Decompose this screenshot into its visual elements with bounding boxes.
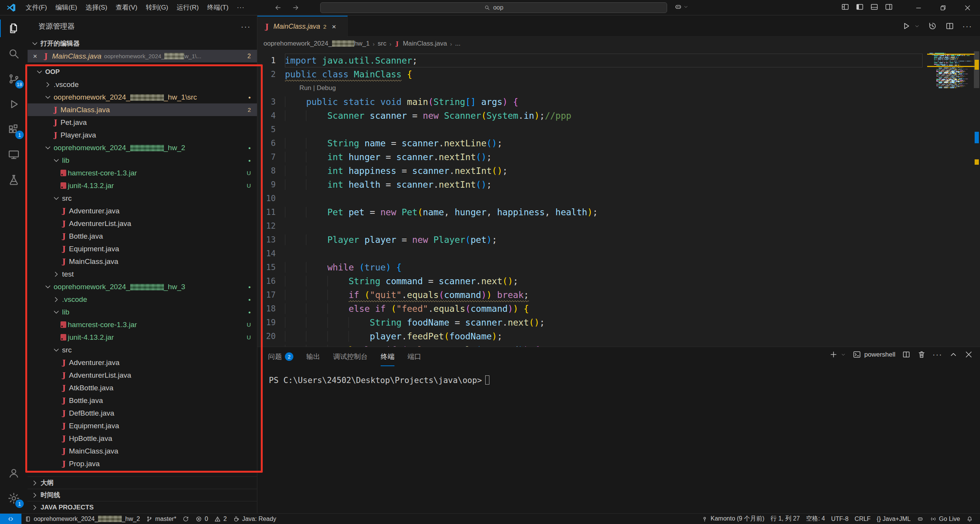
status-notifications[interactable] — [963, 514, 976, 524]
tree-item[interactable]: test — [28, 268, 257, 280]
tree-item[interactable]: JAdventurer.java — [28, 205, 257, 217]
tree-item[interactable]: JMainClass.java2 — [28, 103, 257, 116]
menu-item[interactable]: 文件(F) — [21, 2, 51, 13]
tree-item[interactable]: JMainClass.java — [28, 445, 257, 457]
open-editors-header[interactable]: 打开的编辑器 — [28, 37, 257, 50]
tree-item[interactable]: OOP — [28, 66, 257, 78]
side-right-toggle-icon[interactable] — [885, 3, 893, 11]
arrow-left-icon[interactable] — [274, 4, 282, 11]
terminal-instance[interactable]: powershell — [852, 350, 895, 359]
layout-toggle-icon[interactable] — [841, 3, 849, 11]
activity-run-and-debug[interactable] — [0, 92, 28, 117]
sidebar-more-icon[interactable]: ··· — [241, 22, 251, 31]
copilot-menu[interactable] — [674, 3, 689, 11]
activity-extensions[interactable]: 1 — [0, 117, 28, 142]
code-editor[interactable]: 1import java.util.Scanner;2public class … — [257, 51, 980, 347]
tree-item[interactable]: src — [28, 344, 257, 356]
menu-item[interactable]: 终端(T) — [203, 2, 233, 13]
activity-testing[interactable] — [0, 167, 28, 193]
status-java-status[interactable]: Java: Ready — [230, 514, 279, 524]
status-problems-errors[interactable]: 0 — [192, 514, 211, 524]
tree-item[interactable]: JPet.java — [28, 116, 257, 129]
status-encoding[interactable]: UTF-8 — [828, 514, 851, 524]
open-editor-item[interactable]: ×JMainClass.javaooprehomework_2024_w_1\.… — [28, 50, 257, 62]
status-indentation[interactable]: 空格: 4 — [803, 514, 828, 524]
tree-item[interactable]: ooprehomework_2024__hw_1\src● — [28, 91, 257, 103]
tree-item[interactable]: junit-4.13.2.jarU — [28, 179, 257, 192]
status-language-mode[interactable]: {} Java+JML — [874, 514, 914, 524]
tree-item[interactable]: JBottle.java — [28, 394, 257, 407]
run-icon[interactable] — [901, 21, 911, 31]
tree-item[interactable]: JDefBottle.java — [28, 407, 257, 419]
status-go-live[interactable]: Go Live — [927, 514, 963, 524]
history-icon[interactable] — [928, 21, 937, 31]
menu-item[interactable]: 转到(G) — [142, 2, 173, 13]
window-minimize-button[interactable] — [906, 0, 931, 15]
tree-item[interactable]: JPlayer.java — [28, 129, 257, 141]
tree-item[interactable]: JEquipment.java — [28, 419, 257, 432]
overview-ruler[interactable] — [973, 51, 980, 347]
status-remote-indicator[interactable] — [0, 514, 21, 524]
panel-tab-端口[interactable]: 端口 — [407, 347, 421, 366]
chevron-down-icon[interactable] — [914, 23, 920, 29]
menu-item[interactable]: 查看(V) — [111, 2, 142, 13]
activity-remote-explorer[interactable] — [0, 142, 28, 167]
sidebar-section-JAVA PROJECTS[interactable]: JAVA PROJECTS — [28, 501, 257, 513]
panel-more-icon[interactable]: ··· — [933, 350, 942, 359]
tab-close-icon[interactable]: × — [332, 23, 336, 31]
panel-tab-问题[interactable]: 问题2 — [268, 347, 293, 366]
tree-item[interactable]: junit-4.13.2.jarU — [28, 331, 257, 344]
status-git-branch[interactable]: master* — [143, 514, 179, 524]
tree-item[interactable]: lib● — [28, 306, 257, 318]
tree-item[interactable]: hamcrest-core-1.3.jarU — [28, 318, 257, 331]
minimap[interactable] — [929, 53, 972, 88]
tree-item[interactable]: JBottle.java — [28, 230, 257, 242]
tree-item[interactable]: JMainClass.java — [28, 255, 257, 268]
status-git-sync[interactable] — [179, 514, 192, 524]
menu-item[interactable]: 运行(R) — [172, 2, 203, 13]
arrow-right-icon[interactable] — [292, 4, 299, 11]
status-repository[interactable]: ooprehomework_2024__hw_2 — [21, 514, 143, 524]
activity-explorer[interactable] — [0, 16, 28, 41]
window-restore-button[interactable] — [931, 0, 955, 15]
activity-search[interactable] — [0, 41, 28, 66]
tree-item[interactable]: .vscode — [28, 78, 257, 91]
breadcrumb-symbol[interactable]: ... — [455, 40, 460, 47]
status-eol[interactable]: CRLF — [852, 514, 874, 524]
tree-item[interactable]: .vscode● — [28, 293, 257, 306]
command-center-search[interactable]: oop — [320, 2, 667, 13]
tree-item[interactable]: JAtkBottle.java — [28, 382, 257, 394]
tree-item[interactable]: JProp.java — [28, 457, 257, 470]
tree-item[interactable]: src — [28, 192, 257, 205]
terminal-content[interactable]: PS C:\Users\24502\Desktop\Projects\java\… — [257, 366, 980, 385]
split-editor-icon[interactable] — [945, 21, 954, 31]
tree-item[interactable]: lib● — [28, 154, 257, 167]
split-terminal-icon[interactable] — [902, 350, 911, 359]
sidebar-section-时间线[interactable]: 时间线 — [28, 489, 257, 501]
codelens-debug[interactable]: Debug — [317, 84, 336, 92]
breadcrumb[interactable]: ooprehomework_2024_hw_1›src›JMainClass.j… — [257, 37, 980, 51]
status-problems-warnings[interactable]: 2 — [211, 514, 230, 524]
panel-tab-终端[interactable]: 终端 — [381, 347, 394, 366]
breadcrumb-folder[interactable]: ooprehomework_2024_hw_1 — [263, 40, 370, 47]
codelens-run[interactable]: Run — [299, 84, 311, 92]
panel-bottom-toggle-icon[interactable] — [870, 3, 879, 11]
window-close-button[interactable] — [955, 0, 980, 15]
tree-item[interactable]: JAdventurerList.java — [28, 217, 257, 230]
tree-item[interactable]: JHpBottle.java — [28, 432, 257, 445]
panel-tab-调试控制台[interactable]: 调试控制台 — [333, 347, 368, 366]
tab-mainclass[interactable]: J MainClass.java 2 × — [257, 16, 348, 37]
tree-item[interactable]: JAdventurerList.java — [28, 369, 257, 382]
status-cursor-position[interactable]: 行 1, 列 27 — [767, 514, 803, 524]
status-git-blame[interactable]: Kamonto (9 个月前) — [698, 514, 767, 524]
menu-item[interactable]: 选择(S) — [81, 2, 111, 13]
close-icon[interactable]: × — [33, 52, 40, 61]
side-left-toggle-icon[interactable] — [856, 3, 864, 11]
panel-tab-输出[interactable]: 输出 — [306, 347, 320, 366]
tree-item[interactable]: JEquipment.java — [28, 242, 257, 255]
tree-item[interactable]: hamcrest-core-1.3.jarU — [28, 167, 257, 179]
menu-more-icon[interactable]: ··· — [233, 2, 249, 13]
close-panel-icon[interactable] — [964, 350, 973, 359]
new-terminal-icon[interactable] — [829, 350, 838, 359]
chevron-down-icon[interactable] — [841, 352, 846, 357]
